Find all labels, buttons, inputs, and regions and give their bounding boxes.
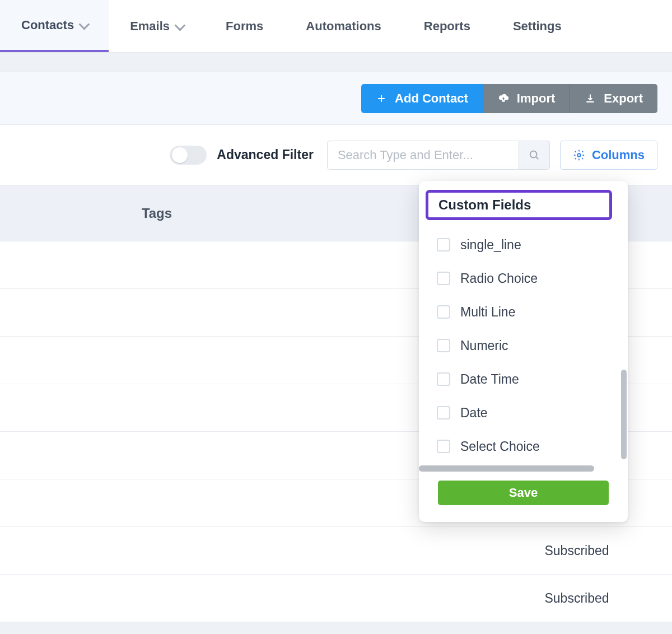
field-label: Date Time [460, 372, 519, 387]
columns-popover: Custom Fields single_line Radio Choice M… [419, 181, 628, 522]
export-button[interactable]: Export [570, 84, 657, 113]
field-label: Date [460, 405, 488, 421]
cell-status: Subscribed [482, 543, 672, 558]
field-label: Radio Choice [460, 271, 538, 286]
field-item-radio-choice[interactable]: Radio Choice [437, 262, 628, 295]
field-item-select-choice[interactable]: Select Choice [437, 430, 628, 463]
chevron-down-icon [175, 20, 186, 31]
checkbox[interactable] [437, 372, 450, 386]
field-item-numeric[interactable]: Numeric [437, 329, 628, 362]
field-label: Multi Line [460, 305, 515, 320]
search-input[interactable] [327, 141, 519, 170]
checkbox[interactable] [437, 440, 450, 453]
search-wrap [327, 141, 550, 170]
columns-button[interactable]: Columns [560, 141, 657, 170]
spacer [0, 53, 672, 72]
button-label: Export [604, 91, 643, 106]
svg-point-2 [530, 151, 537, 157]
nav-tab-forms[interactable]: Forms [204, 0, 284, 52]
checkbox[interactable] [437, 406, 450, 419]
import-button[interactable]: Import [483, 84, 570, 113]
nav-tab-label: Contacts [21, 18, 74, 32]
chevron-down-icon [79, 18, 90, 30]
popover-footer: Save [419, 472, 628, 522]
save-button[interactable]: Save [438, 481, 609, 505]
toolbar: Add Contact Import Export [0, 72, 672, 125]
popover-vertical-scrollbar[interactable] [621, 370, 627, 459]
field-item-date[interactable]: Date [437, 396, 628, 430]
svg-line-3 [536, 156, 538, 158]
nav-tab-label: Forms [226, 19, 263, 34]
column-header-tags[interactable]: Tags [0, 206, 314, 221]
nav-tab-label: Automations [306, 19, 381, 34]
advanced-filter-toggle[interactable] [170, 146, 207, 165]
nav-tab-emails[interactable]: Emails [109, 0, 204, 52]
checkbox[interactable] [437, 238, 450, 251]
add-contact-button[interactable]: Add Contact [361, 84, 483, 113]
table-row[interactable]: Subscribed [0, 527, 672, 575]
nav-tab-label: Emails [130, 19, 170, 34]
search-button[interactable] [519, 141, 550, 170]
plus-icon [376, 93, 387, 104]
nav-tab-reports[interactable]: Reports [403, 0, 492, 52]
checkbox[interactable] [437, 339, 450, 352]
button-label: Import [517, 91, 555, 106]
top-nav: Contacts Emails Forms Automations Report… [0, 0, 672, 53]
popover-field-list[interactable]: single_line Radio Choice Multi Line Nume… [419, 226, 628, 465]
cloud-upload-icon [498, 93, 509, 104]
button-label: Columns [592, 148, 645, 162]
gear-icon [573, 149, 585, 161]
button-label: Add Contact [395, 91, 468, 106]
field-label: Select Choice [460, 439, 540, 454]
filter-row: Advanced Filter Columns [0, 125, 672, 185]
nav-tab-settings[interactable]: Settings [492, 0, 583, 52]
search-icon [528, 149, 540, 161]
nav-tab-label: Reports [424, 19, 470, 34]
nav-tab-contacts[interactable]: Contacts [0, 0, 109, 52]
field-label: Numeric [460, 338, 508, 353]
field-item-single-line[interactable]: single_line [437, 228, 628, 262]
cell-status: Subscribed [482, 591, 672, 606]
table-row[interactable]: Subscribed [0, 575, 672, 622]
checkbox[interactable] [437, 305, 450, 319]
field-item-multi-line[interactable]: Multi Line [437, 295, 628, 329]
nav-tab-automations[interactable]: Automations [284, 0, 402, 52]
svg-point-4 [577, 153, 581, 157]
download-icon [585, 93, 596, 104]
field-label: single_line [460, 237, 521, 253]
popover-title: Custom Fields [426, 190, 612, 220]
checkbox[interactable] [437, 272, 450, 285]
popover-horizontal-scrollbar[interactable] [419, 465, 594, 472]
advanced-filter-label: Advanced Filter [217, 147, 314, 162]
nav-tab-label: Settings [513, 19, 562, 34]
field-item-date-time[interactable]: Date Time [437, 362, 628, 396]
